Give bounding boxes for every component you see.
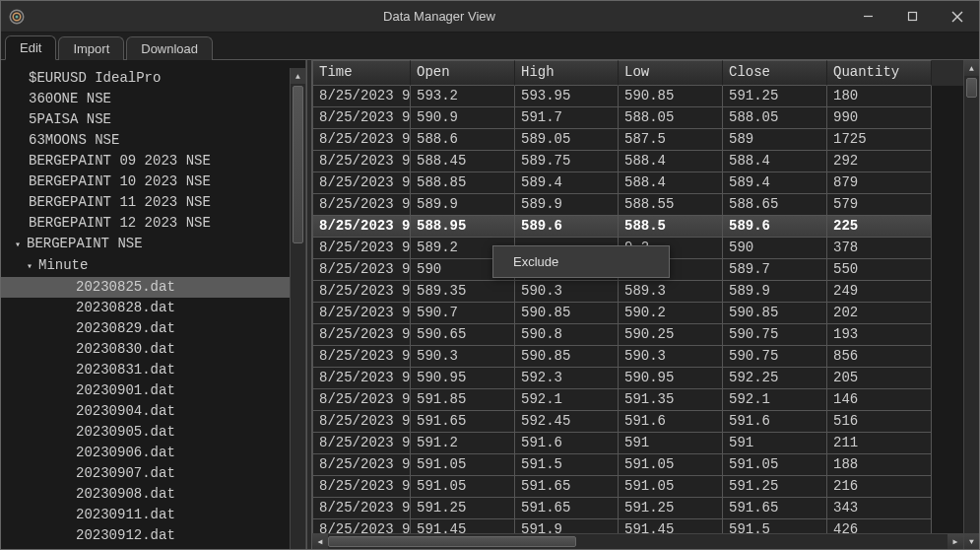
tree-item-label: 63MOONS NSE <box>29 132 119 148</box>
tree-item-label: 20230912.dat <box>76 527 175 543</box>
tree-item[interactable]: BERGEPAINT 12 2023 NSE <box>1 213 290 234</box>
table-row[interactable]: 8/25/2023 9588.6589.05587.55891725 <box>312 129 963 151</box>
table-row[interactable]: 8/25/2023 9591.65592.45591.6591.6516 <box>312 411 963 433</box>
cell-time: 8/25/2023 9 <box>312 172 411 194</box>
tree-item[interactable]: BERGEPAINT NSE <box>1 234 290 255</box>
table-row[interactable]: 8/25/2023 9588.95589.6588.5589.6225 <box>312 216 963 238</box>
scroll-right-icon[interactable]: ▶ <box>947 534 963 549</box>
column-header-quantity[interactable]: Quantity <box>827 60 932 86</box>
tree-item[interactable]: 20230828.dat <box>1 298 290 318</box>
tree-item[interactable]: BERGEPAINT 11 2023 NSE <box>1 192 290 213</box>
column-header-time[interactable]: Time <box>312 60 411 86</box>
table-row[interactable]: 8/25/2023 9591.85592.1591.35592.1146 <box>312 389 963 411</box>
cell-low: 591.05 <box>619 476 723 498</box>
table-scrollbar-vertical[interactable]: ▲ ▼ <box>963 60 979 549</box>
scroll-up-icon[interactable]: ▲ <box>964 60 979 76</box>
cell-low: 590.3 <box>619 346 723 368</box>
table-row[interactable]: 8/25/2023 9591.45591.9591.45591.5426 <box>312 519 963 533</box>
cell-open: 590.3 <box>411 346 515 368</box>
cell-open: 591.25 <box>411 498 515 519</box>
tab-import[interactable]: Import <box>58 36 124 60</box>
cell-time: 8/25/2023 9 <box>312 216 411 238</box>
table-row[interactable]: 8/25/2023 9589.35590.3589.3589.9249 <box>312 281 963 303</box>
table-row[interactable]: 8/25/2023 9593.2593.95590.85591.25180 <box>312 86 963 107</box>
cell-quantity: 188 <box>827 454 932 476</box>
tree-item[interactable]: 63MOONS NSE <box>1 130 290 151</box>
tree-scrollbar[interactable]: ▲ <box>290 68 305 549</box>
table-row[interactable]: 8/25/2023 9589.9589.9588.55588.65579 <box>312 194 963 216</box>
scroll-thumb[interactable] <box>293 86 303 243</box>
maximize-button[interactable] <box>890 1 935 33</box>
cell-close: 591 <box>723 433 827 454</box>
table-row[interactable]: 8/25/2023 9590.3590.85590.3590.75856 <box>312 346 963 368</box>
tree-item[interactable]: 360ONE NSE <box>1 89 290 109</box>
tree-item[interactable]: 5PAISA NSE <box>1 109 290 130</box>
tree-item-label: 20230906.dat <box>76 445 175 460</box>
tab-bar: Edit Import Download <box>1 33 979 60</box>
cell-low: 588.05 <box>619 107 723 129</box>
scroll-up-icon[interactable]: ▲ <box>291 68 305 84</box>
table-row[interactable]: 8/25/2023 9591.05591.5591.05591.05188 <box>312 454 963 476</box>
cell-quantity: 146 <box>827 389 932 411</box>
table-row[interactable]: 8/25/2023 9588.85589.4588.4589.4879 <box>312 172 963 194</box>
tree-item[interactable]: Minute <box>1 255 290 277</box>
tree-item[interactable]: $EURUSD IdealPro <box>1 68 290 89</box>
tree-item[interactable]: 20230912.dat <box>1 525 290 546</box>
table-row[interactable]: 8/25/2023 9588.45589.75588.4588.4292 <box>312 151 963 172</box>
tree-item[interactable]: 20230825.dat <box>1 277 290 298</box>
cell-close: 588.4 <box>723 151 827 172</box>
tree-item[interactable]: 20230913.dat <box>1 546 290 549</box>
titlebar[interactable]: Data Manager View <box>1 1 979 33</box>
tab-edit[interactable]: Edit <box>5 35 56 60</box>
tree-item[interactable]: 20230830.dat <box>1 339 290 360</box>
minimize-button[interactable] <box>846 1 890 33</box>
scroll-thumb-h[interactable] <box>328 536 576 547</box>
context-exclude[interactable]: Exclude <box>493 250 669 273</box>
cell-time: 8/25/2023 9 <box>312 498 411 519</box>
cell-quantity: 292 <box>827 151 932 172</box>
tree-item[interactable]: 20230906.dat <box>1 443 290 463</box>
table-scrollbar-horizontal[interactable]: ◀ ▶ <box>312 533 963 549</box>
table-row[interactable]: 8/25/2023 9590.7590.85590.2590.85202 <box>312 303 963 324</box>
cell-time: 8/25/2023 9 <box>312 303 411 324</box>
table-row[interactable]: 8/25/2023 9591.05591.65591.05591.25216 <box>312 476 963 498</box>
cell-close: 592.25 <box>723 368 827 389</box>
column-header-high[interactable]: High <box>515 60 619 86</box>
tree-item[interactable]: 20230904.dat <box>1 401 290 422</box>
scroll-thumb-v[interactable] <box>966 78 977 98</box>
scroll-down-icon[interactable]: ▼ <box>964 533 979 549</box>
tab-download[interactable]: Download <box>126 36 213 60</box>
tree-item[interactable]: 20230905.dat <box>1 422 290 443</box>
cell-high: 592.1 <box>515 389 619 411</box>
table-row[interactable]: 8/25/2023 9590.9591.7588.05588.05990 <box>312 107 963 129</box>
cell-quantity: 579 <box>827 194 932 216</box>
cell-low: 588.55 <box>619 194 723 216</box>
table-row[interactable]: 8/25/2023 9590.65590.8590.25590.75193 <box>312 324 963 346</box>
cell-high: 591.7 <box>515 107 619 129</box>
table-row[interactable]: 8/25/2023 9590.95592.3590.95592.25205 <box>312 368 963 389</box>
tree-item[interactable]: 20230829.dat <box>1 318 290 339</box>
tree-item[interactable]: BERGEPAINT 09 2023 NSE <box>1 151 290 172</box>
cell-open: 588.45 <box>411 151 515 172</box>
cell-open: 591.85 <box>411 389 515 411</box>
tree-item[interactable]: 20230907.dat <box>1 463 290 484</box>
cell-close: 590.75 <box>723 346 827 368</box>
tree-item[interactable]: 20230901.dat <box>1 380 290 401</box>
column-header-close[interactable]: Close <box>723 60 827 86</box>
cell-high: 591.6 <box>515 433 619 454</box>
cell-high: 591.5 <box>515 454 619 476</box>
close-button[interactable] <box>935 1 979 33</box>
tree-item[interactable]: 20230908.dat <box>1 484 290 505</box>
cell-open: 591.2 <box>411 433 515 454</box>
tree-item[interactable]: 20230911.dat <box>1 505 290 525</box>
tree-item[interactable]: 20230831.dat <box>1 360 290 380</box>
tree-item[interactable]: BERGEPAINT 10 2023 NSE <box>1 172 290 192</box>
scroll-left-icon[interactable]: ◀ <box>312 534 328 549</box>
column-header-open[interactable]: Open <box>411 60 515 86</box>
table-row[interactable]: 8/25/2023 9591.25591.65591.25591.65343 <box>312 498 963 519</box>
cell-time: 8/25/2023 9 <box>312 519 411 533</box>
table-row[interactable]: 8/25/2023 9591.2591.6591591211 <box>312 433 963 454</box>
tree-item-label: BERGEPAINT 11 2023 NSE <box>29 194 211 210</box>
column-header-low[interactable]: Low <box>619 60 723 86</box>
cell-low: 591.05 <box>619 454 723 476</box>
